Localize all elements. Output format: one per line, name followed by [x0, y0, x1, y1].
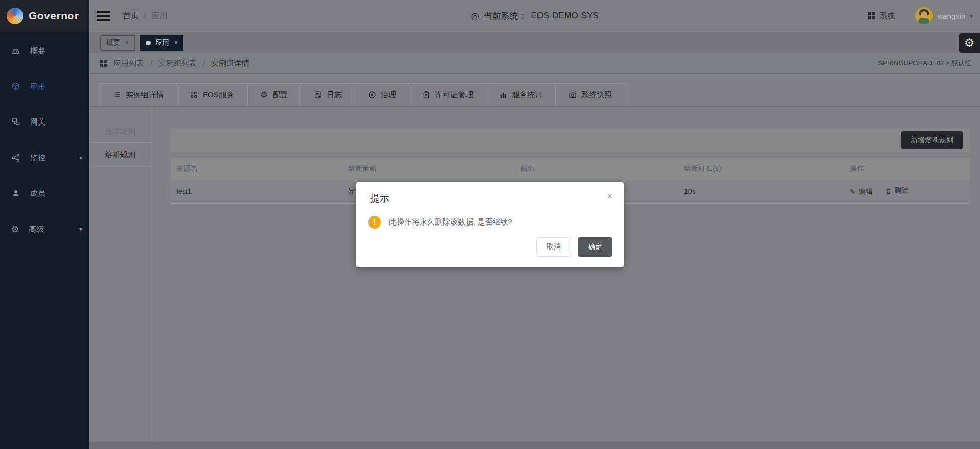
crumb-instance-group-detail: 实例组详情 — [211, 59, 249, 68]
username: wangxin — [937, 12, 965, 20]
current-system-prefix: 当前系统： — [483, 10, 527, 22]
rules-panel: 新增熔断规则 资源名 熔断策略 阈值 熔断时长(s) 操作 — [154, 107, 980, 442]
menu-item-circuit-breaker-rules[interactable]: 熔断规则 — [89, 143, 154, 166]
sidebar-nav: 概要 应用 网关 监控 ▾ — [0, 32, 89, 247]
sidebar-item-label: 高级 — [29, 224, 69, 234]
sidebar-item-advanced[interactable]: ⚙ 高级 ▾ — [0, 211, 89, 247]
gear-icon: ⚙ — [964, 36, 975, 50]
gauge-icon — [11, 46, 20, 55]
panel-toolbar: 新增熔断规则 — [171, 129, 970, 152]
tab-system-snapshot[interactable]: 系统快照 — [555, 83, 625, 106]
crumb-app-list[interactable]: 应用列表 — [113, 59, 144, 68]
menu-item-flow-rules[interactable]: 流控规则 — [89, 119, 154, 143]
crumb-separator: / — [150, 59, 152, 68]
header-threshold: 阈值 — [516, 158, 679, 180]
topbar-breadcrumb: 首页 / 应用 — [122, 11, 167, 21]
breadcrumb-home[interactable]: 首页 — [122, 11, 139, 21]
tab-label: 服务统计 — [512, 90, 543, 100]
edit-label: 编辑 — [859, 187, 873, 196]
sidebar-item-monitoring[interactable]: 监控 ▾ — [0, 140, 89, 176]
crumb-instance-group-list[interactable]: 实例组列表 — [158, 59, 197, 68]
warning-icon: ! — [368, 216, 381, 229]
tab-label: EOS服务 — [203, 90, 234, 100]
cell-actions: ✎ 编辑 删除 — [845, 180, 970, 204]
confirm-dialog: 提示 × ! 此操作将永久删除该数据, 是否继续? 取消 确定 — [356, 182, 624, 267]
rule-type-menu: 流控规则 熔断规则 — [89, 107, 154, 442]
chevron-down-icon: ▾ — [79, 154, 82, 161]
tag-label: 概要 — [106, 38, 120, 47]
gears-icon: ⚙ — [11, 225, 19, 234]
page-breadcrumb-bar: 应用列表 / 实例组列表 / 实例组详情 SPRINGUPGRADE02 > 默… — [89, 53, 980, 74]
sidebar-item-members[interactable]: 成员 — [0, 176, 89, 211]
eye-icon: ◎ — [471, 10, 480, 22]
cell-resource: test1 — [171, 180, 343, 204]
camera-icon — [569, 91, 577, 99]
bottom-strip — [89, 442, 980, 449]
current-system-indicator: ◎ 当前系统： EOS-DEMO-SYS — [471, 10, 599, 22]
tag-overview[interactable]: 概要 × — [100, 35, 135, 51]
detail-nav-tabs: 实例组详情 EOS服务 ⚙ 配置 日志 治理 — [89, 83, 980, 107]
tab-label: 实例组详情 — [126, 90, 164, 100]
edit-action[interactable]: ✎ 编辑 — [850, 187, 873, 196]
list-icon — [113, 91, 121, 99]
settings-panel-button[interactable]: ⚙ — [959, 33, 980, 53]
top-bar: 首页 / 应用 ◎ 当前系统： EOS-DEMO-SYS 系统 wangxin … — [89, 0, 980, 32]
tab-logs[interactable]: 日志 — [301, 83, 355, 106]
tab-label: 治理 — [381, 90, 396, 100]
clipboard-icon — [422, 91, 430, 99]
header-resource: 资源名 — [171, 158, 343, 180]
sidebar-item-gateway[interactable]: 网关 — [0, 104, 89, 140]
edit-icon: ✎ — [850, 188, 856, 196]
sidebar: Governor 概要 应用 网关 — [0, 0, 89, 449]
tab-configuration[interactable]: ⚙ 配置 — [247, 83, 301, 106]
hamburger-menu-icon[interactable] — [97, 9, 110, 23]
caret-down-icon: ▾ — [970, 13, 973, 19]
tab-label: 许可证管理 — [435, 90, 473, 100]
trash-icon — [885, 188, 892, 194]
user-icon — [11, 189, 20, 198]
network-icon — [11, 117, 20, 127]
close-icon[interactable]: × — [174, 39, 178, 46]
tab-instance-group-detail[interactable]: 实例组详情 — [100, 83, 177, 106]
close-icon[interactable]: × — [125, 39, 129, 46]
document-icon — [314, 91, 322, 99]
tag-label: 应用 — [155, 38, 169, 47]
header-duration: 熔断时长(s) — [679, 158, 845, 180]
system-menu-button[interactable]: 系统 — [868, 11, 895, 21]
current-system-value: EOS-DEMO-SYS — [531, 11, 598, 21]
cube-icon — [11, 82, 20, 91]
tab-license-management[interactable]: 许可证管理 — [409, 83, 486, 106]
user-menu[interactable]: wangxin ▾ — [915, 7, 973, 24]
content-area: 流控规则 熔断规则 新增熔断规则 资源名 熔断策略 阈值 熔断时长(s) 操作 — [89, 107, 980, 442]
opened-tags-bar: 概要 × 应用 × — [89, 32, 980, 54]
tab-eos-services[interactable]: EOS服务 — [177, 83, 247, 106]
grid-icon — [868, 12, 875, 19]
tab-governance[interactable]: 治理 — [355, 83, 409, 106]
confirm-button[interactable]: 确定 — [578, 237, 612, 257]
context-label: SPRINGUPGRADE02 > 默认组 — [878, 59, 971, 68]
app-window: Governor 概要 应用 网关 — [0, 0, 980, 449]
topbar-right: 系统 wangxin ▾ — [868, 7, 980, 24]
delete-action[interactable]: 删除 — [885, 186, 909, 195]
add-circuit-breaker-rule-button[interactable]: 新增熔断规则 — [901, 131, 963, 149]
sidebar-item-overview[interactable]: 概要 — [0, 33, 89, 68]
tab-service-statistics[interactable]: 服务统计 — [486, 83, 555, 106]
breadcrumb-current: 应用 — [151, 11, 167, 21]
close-icon[interactable]: × — [607, 192, 612, 201]
sidebar-item-label: 监控 — [30, 153, 69, 163]
app-logo: Governor — [0, 0, 89, 32]
avatar — [915, 7, 933, 24]
tab-label: 日志 — [327, 90, 342, 100]
bar-chart-icon — [499, 91, 507, 99]
tag-application[interactable]: 应用 × — [140, 35, 183, 51]
share-nodes-icon — [11, 153, 20, 162]
dialog-header: 提示 × — [356, 182, 624, 205]
active-dot — [146, 41, 151, 45]
chevron-down-icon: ▾ — [79, 226, 82, 233]
crumb-separator: / — [203, 59, 205, 68]
sidebar-item-application[interactable]: 应用 — [0, 68, 89, 104]
gear-icon: ⚙ — [260, 91, 268, 99]
tab-label: 系统快照 — [581, 90, 612, 100]
cancel-button[interactable]: 取消 — [536, 237, 571, 257]
header-strategy: 熔断策略 — [343, 158, 516, 180]
